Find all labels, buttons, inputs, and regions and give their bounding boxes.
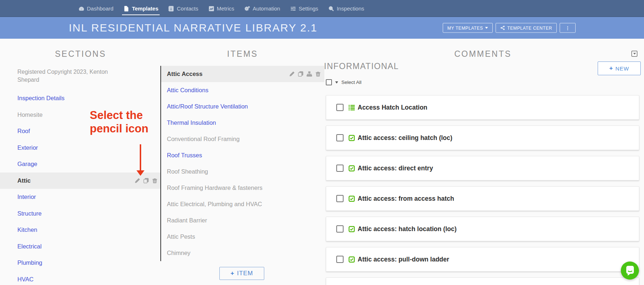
nav-automation[interactable]: Automation xyxy=(239,0,285,17)
item-label: Roof Sheathing xyxy=(167,168,208,175)
item-roof-framing-hardware[interactable]: Roof Framing Hardware & fasteners xyxy=(161,180,324,196)
page-header: INL RESIDENTIAL NARRATIVE LIBRARY 2.1 MY… xyxy=(0,17,644,39)
section-row-actions xyxy=(135,178,157,183)
nav-metrics[interactable]: Metrics xyxy=(203,0,239,17)
comment-card[interactable]: Attic access: ceiling hatch (loc) xyxy=(326,126,639,150)
dashboard-gauge-icon xyxy=(79,6,84,12)
pencil-icon[interactable] xyxy=(289,71,295,77)
item-attic-pests[interactable]: Attic Pests xyxy=(161,229,324,245)
comment-card-partial[interactable] xyxy=(326,277,639,285)
new-comment-button[interactable]: + NEW xyxy=(598,61,641,75)
caret-down-icon[interactable] xyxy=(335,81,338,84)
section-label: Inspection Details xyxy=(17,95,64,102)
item-attic-roof-structure-ventilation[interactable]: Attic/Roof Structure Ventilation xyxy=(161,98,324,115)
annotation-line-2: pencil icon xyxy=(90,122,148,135)
item-label: Attic Electrical, Plumbing and HVAC xyxy=(167,201,262,208)
comment-card[interactable]: Access Hatch Location xyxy=(326,95,639,120)
annotation-line-1: Select the xyxy=(90,109,148,122)
chat-launcher-button[interactable] xyxy=(621,261,639,280)
top-nav: Dashboard Templates Contacts Metrics Aut… xyxy=(0,0,644,17)
check-square-icon xyxy=(349,165,355,171)
comment-label: Attic access: from access hatch xyxy=(358,195,454,203)
section-label: Attic xyxy=(17,177,31,184)
item-roof-trusses[interactable]: Roof Trusses xyxy=(161,147,324,163)
add-item-label: ITEM xyxy=(237,270,253,277)
nav-templates[interactable]: Templates xyxy=(118,0,163,17)
gears-icon xyxy=(244,6,250,12)
sidebar-item-inspection-details[interactable]: Inspection Details xyxy=(0,90,160,107)
comment-checkbox[interactable] xyxy=(336,134,344,141)
item-attic-conditions[interactable]: Attic Conditions xyxy=(161,82,324,98)
section-label: Roof xyxy=(17,128,30,135)
copy-icon[interactable] xyxy=(298,71,303,77)
item-attic-electrical-plumbing-hvac[interactable]: Attic Electrical, Plumbing and HVAC xyxy=(161,196,324,212)
select-all-control[interactable]: Select All xyxy=(326,79,362,85)
sidebar-item-interior[interactable]: Interior xyxy=(0,189,160,205)
item-chimney[interactable]: Chimney xyxy=(161,245,324,261)
item-label: Conventional Roof Framing xyxy=(167,136,240,142)
comment-card[interactable]: Attic access: direct entry xyxy=(326,156,639,180)
section-label: Structure xyxy=(17,210,42,217)
trash-icon[interactable] xyxy=(315,71,321,77)
share-nodes-icon xyxy=(500,26,505,30)
copy-icon[interactable] xyxy=(143,178,149,183)
select-all-checkbox[interactable] xyxy=(326,79,332,85)
comment-checkbox[interactable] xyxy=(336,104,344,111)
sidebar-item-plumbing[interactable]: Plumbing xyxy=(0,255,160,271)
comment-card[interactable]: Attic access: pull-down ladder xyxy=(326,247,639,272)
comment-card[interactable]: Attic access: hatch location (loc) xyxy=(326,217,639,241)
nav-label: Contacts xyxy=(177,5,198,12)
comment-checkbox[interactable] xyxy=(336,256,344,263)
nav-contacts[interactable]: Contacts xyxy=(163,0,203,17)
item-label: Attic/Roof Structure Ventilation xyxy=(167,103,248,110)
item-conventional-roof-framing[interactable]: Conventional Roof Framing xyxy=(161,131,324,147)
sidebar-item-garage[interactable]: Garage xyxy=(0,156,160,173)
comment-checkbox[interactable] xyxy=(336,165,344,172)
section-label: Plumbing xyxy=(17,259,42,266)
comment-checkbox[interactable] xyxy=(336,195,344,202)
comment-group-heading: INFORMATIONAL xyxy=(324,61,399,71)
item-thermal-insulation[interactable]: Thermal Insulation xyxy=(161,115,324,131)
item-label: Chimney xyxy=(167,250,190,256)
item-row-actions xyxy=(289,71,321,77)
comment-label: Attic access: pull-down ladder xyxy=(358,256,449,263)
pencil-icon[interactable] xyxy=(135,178,140,183)
section-label: Electrical xyxy=(17,243,42,250)
item-radiant-barrier[interactable]: Radiant Barrier xyxy=(161,212,324,229)
section-label: Kitchen xyxy=(17,226,37,233)
nav-settings[interactable]: Settings xyxy=(285,0,323,17)
template-center-button[interactable]: TEMPLATE CENTER xyxy=(496,23,557,33)
address-book-icon xyxy=(168,6,174,12)
item-label: Attic Conditions xyxy=(167,87,209,94)
sidebar-item-kitchen[interactable]: Kitchen xyxy=(0,222,160,238)
comment-label: Attic access: direct entry xyxy=(358,165,433,172)
nav-label: Automation xyxy=(253,5,280,12)
template-file-icon xyxy=(123,6,129,12)
collapse-comments-icon[interactable] xyxy=(631,51,637,57)
trash-icon[interactable] xyxy=(152,178,157,183)
chevron-down-icon xyxy=(485,27,488,29)
check-square-icon xyxy=(349,256,355,263)
sidebar-item-electrical[interactable]: Electrical xyxy=(0,238,160,255)
sidebar-item-structure[interactable]: Structure xyxy=(0,205,160,222)
sitemap-icon[interactable] xyxy=(307,71,312,77)
item-label: Radiant Barrier xyxy=(167,217,207,224)
add-item-button[interactable]: + ITEM xyxy=(219,267,264,280)
sidebar-item-hvac[interactable]: HVAC xyxy=(0,271,160,285)
item-attic-access[interactable]: Attic Access xyxy=(161,66,324,82)
comment-card[interactable]: Attic access: from access hatch xyxy=(326,186,639,211)
comment-checkbox[interactable] xyxy=(336,225,344,233)
nav-inspections[interactable]: Inspections xyxy=(323,0,369,17)
my-templates-button[interactable]: MY TEMPLATES xyxy=(443,23,493,33)
items-list: Attic Access Attic Conditions Attic/Roof… xyxy=(160,66,324,261)
nav-dashboard[interactable]: Dashboard xyxy=(73,0,118,17)
sidebar-item-exterior[interactable]: Exterior xyxy=(0,140,160,156)
item-roof-sheathing[interactable]: Roof Sheathing xyxy=(161,163,324,180)
more-options-button[interactable]: ⋮ xyxy=(560,23,576,33)
check-square-icon xyxy=(349,226,355,232)
nav-label: Inspections xyxy=(337,5,364,12)
nav-label: Metrics xyxy=(217,5,234,12)
template-center-label: TEMPLATE CENTER xyxy=(507,25,552,30)
nav-label: Dashboard xyxy=(87,5,113,12)
nav-label: Settings xyxy=(299,5,318,12)
